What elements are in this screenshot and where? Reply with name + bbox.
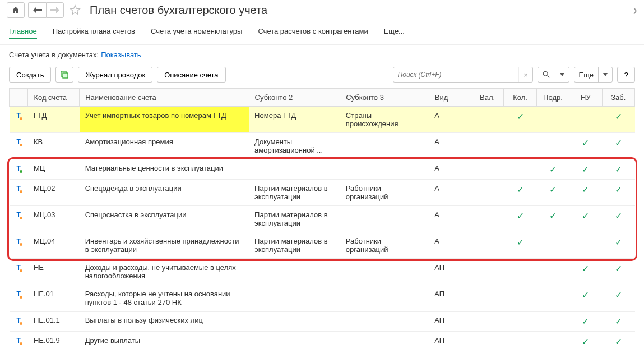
cell-zab: ✓ <box>602 312 634 332</box>
col-code[interactable]: Код счета <box>28 89 80 107</box>
svg-point-2 <box>543 71 548 76</box>
show-link[interactable]: Показывать <box>101 51 141 59</box>
account-type-icon: Т <box>17 264 21 272</box>
table-row[interactable]: ТНЕ.01.9Другие выплатыАП✓✓ <box>10 332 635 349</box>
search-input[interactable] <box>393 71 518 79</box>
favorite-button[interactable] <box>67 2 83 18</box>
cell-podr: ✓ <box>536 206 569 232</box>
create-button[interactable]: Создать <box>9 67 51 83</box>
col-podr[interactable]: Подр. <box>536 89 569 107</box>
cell-sub3 <box>340 159 429 180</box>
cell-val <box>471 159 503 180</box>
cell-sub3: Страны происхождения <box>340 107 429 133</box>
account-type-icon: Т <box>17 112 21 120</box>
cell-podr <box>536 133 569 159</box>
col-zab[interactable]: Заб. <box>602 89 634 107</box>
back-button[interactable] <box>28 2 46 18</box>
cell-vid: А <box>429 206 471 232</box>
cell-code: НЕ.01.9 <box>28 332 80 349</box>
clone-icon <box>60 70 69 79</box>
cell-code: НЕ <box>28 259 80 285</box>
col-kol[interactable]: Кол. <box>504 89 536 107</box>
table-row[interactable]: ТМЦ.02Спецодежда в эксплуатацииПартии ма… <box>10 180 635 206</box>
cell-podr <box>536 332 569 349</box>
cell-nu: ✓ <box>569 159 602 180</box>
search-box: × <box>393 67 533 83</box>
cell-code: МЦ.04 <box>28 232 80 259</box>
table-row[interactable]: ТНЕ.01Расходы, которые не учтены на осно… <box>10 285 635 312</box>
arrow-left-icon <box>33 7 42 13</box>
cell-sub2: Номера ГТД <box>249 107 340 133</box>
col-sub3[interactable]: Субконто 3 <box>340 89 429 107</box>
home-button[interactable] <box>7 2 25 18</box>
account-type-icon: Т <box>17 164 21 172</box>
cell-vid: А <box>429 159 471 180</box>
cell-sub2 <box>249 332 340 349</box>
chevron-down-icon <box>598 67 612 82</box>
tabs: ГлавноеНастройка плана счетовСчета учета… <box>0 20 644 45</box>
tab-2[interactable]: Счета учета номенклатуры <box>151 25 242 39</box>
cell-sub3 <box>340 312 429 332</box>
table-row[interactable]: ТКВАмортизационная премияДокументы аморт… <box>10 133 635 159</box>
cell-kol <box>504 332 536 349</box>
cell-name: Спецодежда в эксплуатации <box>80 180 249 206</box>
cell-zab: ✓ <box>602 180 634 206</box>
clone-button[interactable] <box>55 67 73 83</box>
tab-0[interactable]: Главное <box>9 25 37 39</box>
cell-vid: АП <box>429 332 471 349</box>
cell-val <box>471 232 503 259</box>
col-sub2[interactable]: Субконто 2 <box>249 89 340 107</box>
account-type-icon: Т <box>17 337 21 345</box>
cell-kol <box>504 285 536 312</box>
cell-nu: ✓ <box>569 285 602 312</box>
cell-code: ГТД <box>28 107 80 133</box>
cell-val <box>471 312 503 332</box>
col-nu[interactable]: НУ <box>569 89 602 107</box>
search-clear-button[interactable]: × <box>518 67 532 82</box>
find-dropdown[interactable] <box>538 67 569 83</box>
account-type-icon: Т <box>17 185 21 193</box>
cell-val <box>471 285 503 312</box>
cell-nu: ✓ <box>569 133 602 159</box>
tab-3[interactable]: Счета расчетов с контрагентами <box>258 25 368 39</box>
cell-sub3: Работники организаций <box>340 232 429 259</box>
cell-name: Материальные ценности в эксплуатации <box>80 159 249 180</box>
cell-sub3 <box>340 259 429 285</box>
table-row[interactable]: ТМЦ.04Инвентарь и хозяйственные принадле… <box>10 232 635 259</box>
cell-podr <box>536 285 569 312</box>
cell-podr <box>536 232 569 259</box>
cell-sub3 <box>340 332 429 349</box>
chevron-down-icon <box>555 67 569 82</box>
expand-icon[interactable]: ❯ <box>633 7 637 13</box>
cell-sub2 <box>249 259 340 285</box>
cell-name: Расходы, которые не учтены на основании … <box>80 285 249 312</box>
col-name[interactable]: Наименование счета <box>80 89 249 107</box>
table-row[interactable]: ТНЕ.01.1Выплаты в пользу физических лицА… <box>10 312 635 332</box>
table-row[interactable]: ТНЕДоходы и расходы, не учитываемые в це… <box>10 259 635 285</box>
cell-nu <box>569 232 602 259</box>
help-button[interactable]: ? <box>617 67 635 83</box>
magnifier-icon <box>538 67 555 82</box>
cell-vid: А <box>429 133 471 159</box>
cell-podr: ✓ <box>536 180 569 206</box>
more-dropdown[interactable]: Еще <box>574 67 613 83</box>
cell-vid: А <box>429 232 471 259</box>
forward-button[interactable] <box>46 2 64 18</box>
cell-val <box>471 180 503 206</box>
col-vid[interactable]: Вид <box>429 89 471 107</box>
account-type-icon: Т <box>17 211 21 219</box>
cell-name: Инвентарь и хозяйственные принадлежности… <box>80 232 249 259</box>
cell-kol <box>504 133 536 159</box>
tab-4[interactable]: Еще... <box>384 25 405 39</box>
col-val[interactable]: Вал. <box>471 89 503 107</box>
table-row[interactable]: ТМЦМатериальные ценности в эксплуатацииА… <box>10 159 635 180</box>
table-row[interactable]: ТГТДУчет импортных товаров по номерам ГТ… <box>10 107 635 133</box>
svg-rect-1 <box>63 73 68 78</box>
tab-1[interactable]: Настройка плана счетов <box>53 25 135 39</box>
cell-code: МЦ.02 <box>28 180 80 206</box>
table-row[interactable]: ТМЦ.03Спецоснастка в эксплуатацииПартии … <box>10 206 635 232</box>
cell-val <box>471 133 503 159</box>
description-button[interactable]: Описание счета <box>157 67 225 83</box>
journal-button[interactable]: Журнал проводок <box>78 67 152 83</box>
cell-zab: ✓ <box>602 285 634 312</box>
